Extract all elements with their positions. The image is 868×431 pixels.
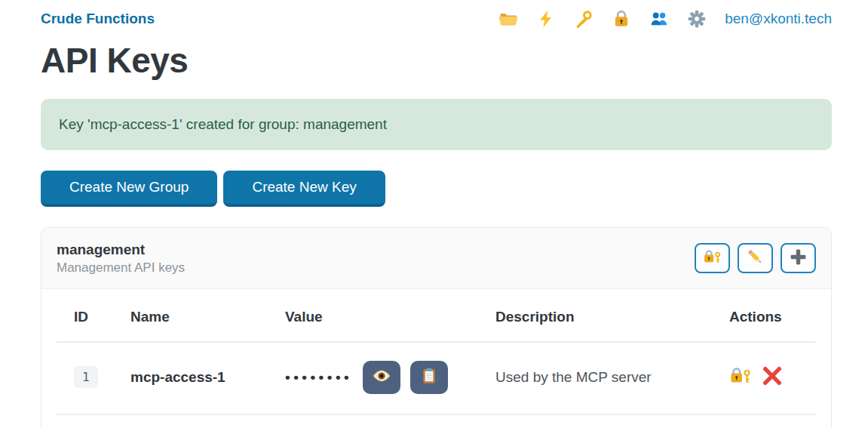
column-header-id: ID bbox=[57, 289, 124, 342]
group-card-titles: management Management API keys bbox=[57, 241, 185, 276]
key-icon[interactable] bbox=[574, 9, 593, 29]
group-name: management bbox=[57, 241, 185, 258]
navbar: Crude Functions bbox=[41, 0, 832, 29]
pencil-icon bbox=[746, 248, 765, 269]
eye-icon bbox=[372, 368, 391, 386]
create-new-group-button[interactable]: Create New Group bbox=[41, 171, 217, 207]
table-row: 1 mcp-access-1 •••••••• bbox=[57, 342, 816, 414]
group-card: management Management API keys bbox=[41, 227, 832, 428]
group-card-actions bbox=[695, 243, 816, 273]
table-header-row: ID Name Value Description Actions bbox=[57, 289, 816, 342]
group-lock-button[interactable] bbox=[695, 243, 730, 273]
column-header-value: Value bbox=[279, 289, 489, 342]
group-description: Management API keys bbox=[57, 260, 185, 276]
key-value-inner: •••••••• bbox=[285, 361, 483, 394]
group-edit-button[interactable] bbox=[738, 243, 773, 273]
id-cell: 1 bbox=[57, 342, 124, 414]
column-header-actions: Actions bbox=[723, 289, 816, 342]
toolbar: Create New Group Create New Key bbox=[41, 171, 832, 207]
lock-with-key-icon bbox=[729, 365, 752, 389]
alert-message: Key 'mcp-access-1' created for group: ma… bbox=[59, 116, 387, 132]
copy-value-button[interactable] bbox=[410, 361, 448, 394]
brand-link[interactable]: Crude Functions bbox=[41, 11, 155, 27]
keys-table-wrap: ID Name Value Description Actions 1 mcp-… bbox=[41, 289, 831, 415]
key-actions-cell bbox=[723, 342, 816, 414]
navbar-right: ben@xkonti.tech bbox=[498, 9, 832, 29]
key-actions-inner bbox=[729, 365, 810, 389]
lock-with-key-icon bbox=[703, 248, 722, 269]
key-name-cell: mcp-access-1 bbox=[124, 342, 279, 414]
user-email-link[interactable]: ben@xkonti.tech bbox=[725, 11, 832, 27]
lock-icon[interactable] bbox=[612, 9, 631, 29]
group-card-header: management Management API keys bbox=[41, 228, 831, 289]
keys-table: ID Name Value Description Actions 1 mcp-… bbox=[57, 289, 816, 415]
key-description-cell: Used by the MCP server bbox=[489, 342, 723, 414]
lightning-icon[interactable] bbox=[536, 9, 556, 29]
group-add-key-button[interactable] bbox=[781, 243, 816, 273]
key-id-badge: 1 bbox=[74, 366, 98, 388]
create-new-key-button[interactable]: Create New Key bbox=[223, 171, 385, 207]
folder-icon[interactable] bbox=[498, 9, 518, 29]
column-header-name: Name bbox=[124, 289, 279, 342]
plus-icon bbox=[789, 248, 808, 269]
reveal-value-button[interactable] bbox=[363, 361, 400, 394]
column-header-description: Description bbox=[489, 289, 723, 342]
page-title: API Keys bbox=[41, 41, 832, 81]
clipboard-icon bbox=[419, 368, 439, 386]
success-alert: Key 'mcp-access-1' created for group: ma… bbox=[41, 99, 832, 150]
gear-icon[interactable] bbox=[687, 9, 707, 29]
key-lock-button[interactable] bbox=[729, 365, 752, 389]
key-value-cell: •••••••• bbox=[279, 342, 489, 414]
users-icon[interactable] bbox=[649, 9, 669, 29]
delete-key-button[interactable] bbox=[761, 365, 784, 389]
page: Crude Functions bbox=[0, 0, 868, 428]
delete-x-icon bbox=[761, 365, 784, 389]
masked-value: •••••••• bbox=[285, 369, 352, 386]
